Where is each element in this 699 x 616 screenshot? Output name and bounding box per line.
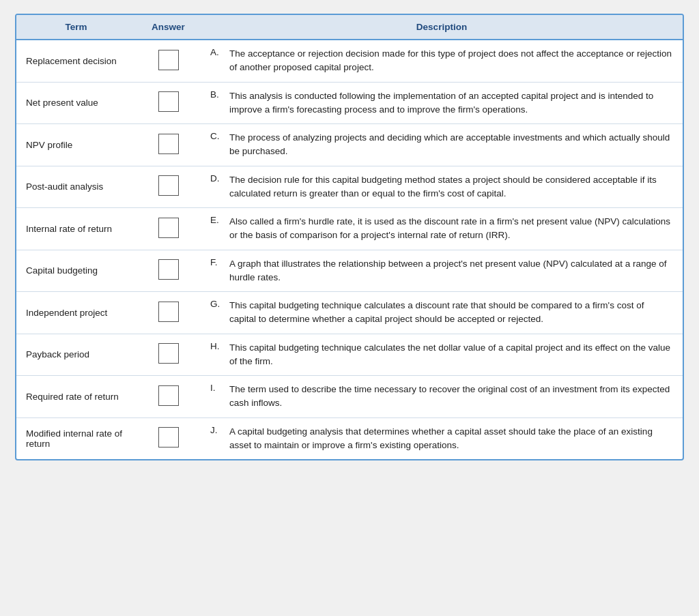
description-letter-8: I. — [210, 383, 224, 411]
description-cell-1: B.This analysis is conducted following t… — [201, 82, 683, 124]
description-text-3: The decision rule for this capital budge… — [229, 173, 673, 201]
term-cell-3: Post-audit analysis — [16, 166, 136, 208]
table-header-row: Term Answer Description — [16, 15, 683, 40]
answer-input-box-7[interactable] — [158, 343, 179, 364]
description-text-2: The process of analyzing projects and de… — [229, 131, 673, 159]
answer-cell-8 — [136, 376, 201, 418]
answer-input-box-9[interactable] — [158, 427, 179, 448]
main-table-container: Term Answer Description Replacement deci… — [15, 14, 684, 460]
answer-cell-4 — [136, 208, 201, 250]
description-cell-2: C.The process of analyzing projects and … — [201, 124, 683, 166]
table-row: Net present valueB.This analysis is cond… — [16, 82, 683, 124]
description-cell-0: A.The acceptance or rejection decision m… — [201, 40, 683, 82]
description-cell-7: H.This capital budgeting technique calcu… — [201, 334, 683, 376]
answer-cell-9 — [136, 417, 201, 459]
description-letter-2: C. — [210, 131, 224, 159]
term-cell-2: NPV profile — [16, 124, 136, 166]
table-row: Post-audit analysisD.The decision rule f… — [16, 166, 683, 208]
term-cell-6: Independent project — [16, 292, 136, 334]
answer-cell-3 — [136, 166, 201, 208]
description-text-0: The acceptance or rejection decision mad… — [229, 47, 673, 75]
table-row: Independent projectG.This capital budget… — [16, 292, 683, 334]
description-text-4: Also called a firm's hurdle rate, it is … — [229, 215, 673, 243]
answer-cell-7 — [136, 334, 201, 376]
table-row: Replacement decisionA.The acceptance or … — [16, 40, 683, 82]
answer-cell-5 — [136, 250, 201, 292]
answer-input-box-3[interactable] — [158, 175, 179, 196]
description-text-7: This capital budgeting technique calcula… — [229, 341, 673, 369]
answer-cell-1 — [136, 82, 201, 124]
description-text-6: This capital budgeting technique calcula… — [229, 299, 673, 327]
table-row: Modified internal rate of returnJ.A capi… — [16, 417, 683, 459]
term-cell-8: Required rate of return — [16, 376, 136, 418]
term-cell-0: Replacement decision — [16, 40, 136, 82]
answer-cell-0 — [136, 40, 201, 82]
table-row: Payback periodH.This capital budgeting t… — [16, 334, 683, 376]
answer-input-box-8[interactable] — [158, 385, 179, 406]
table-row: Required rate of returnI.The term used t… — [16, 376, 683, 418]
description-cell-5: F.A graph that illustrates the relations… — [201, 250, 683, 292]
answer-input-box-2[interactable] — [158, 134, 179, 154]
description-text-1: This analysis is conducted following the… — [229, 89, 673, 117]
description-text-9: A capital budgeting analysis that determ… — [229, 425, 673, 453]
description-letter-0: A. — [210, 47, 224, 75]
description-cell-9: J.A capital budgeting analysis that dete… — [201, 417, 683, 459]
description-letter-7: H. — [210, 341, 224, 369]
description-letter-3: D. — [210, 173, 224, 201]
answer-input-box-4[interactable] — [158, 218, 179, 238]
answer-input-box-5[interactable] — [158, 259, 179, 280]
term-header: Term — [16, 15, 136, 40]
term-cell-4: Internal rate of return — [16, 208, 136, 250]
description-letter-1: B. — [210, 89, 224, 117]
description-cell-3: D.The decision rule for this capital bud… — [201, 166, 683, 208]
description-header: Description — [201, 15, 683, 40]
term-cell-5: Capital budgeting — [16, 250, 136, 292]
description-letter-5: F. — [210, 257, 224, 285]
term-cell-7: Payback period — [16, 334, 136, 376]
description-cell-6: G.This capital budgeting technique calcu… — [201, 292, 683, 334]
answer-input-box-0[interactable] — [158, 50, 179, 70]
term-cell-1: Net present value — [16, 82, 136, 124]
description-cell-4: E.Also called a firm's hurdle rate, it i… — [201, 208, 683, 250]
answer-input-box-1[interactable] — [158, 91, 179, 112]
description-text-5: A graph that illustrates the relationshi… — [229, 257, 673, 285]
answer-header: Answer — [136, 15, 201, 40]
description-cell-8: I.The term used to describe the time nec… — [201, 376, 683, 418]
answer-input-box-6[interactable] — [158, 302, 179, 322]
table-row: NPV profileC.The process of analyzing pr… — [16, 124, 683, 166]
table-row: Capital budgetingF.A graph that illustra… — [16, 250, 683, 292]
table-row: Internal rate of returnE.Also called a f… — [16, 208, 683, 250]
description-letter-9: J. — [210, 425, 224, 453]
description-letter-4: E. — [210, 215, 224, 243]
description-letter-6: G. — [210, 299, 224, 327]
answer-cell-2 — [136, 124, 201, 166]
description-text-8: The term used to describe the time neces… — [229, 383, 673, 411]
term-cell-9: Modified internal rate of return — [16, 417, 136, 459]
answer-cell-6 — [136, 292, 201, 334]
